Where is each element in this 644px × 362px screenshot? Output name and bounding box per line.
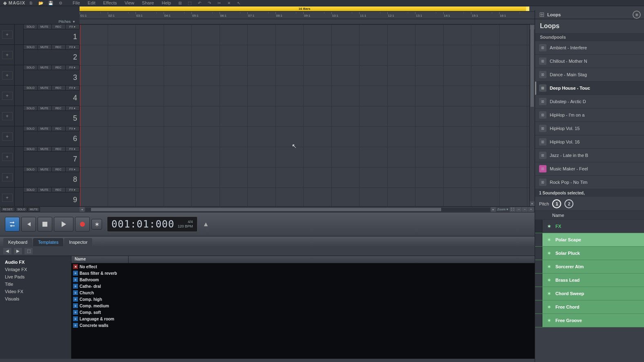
hscroll-right-button[interactable]: ▸: [491, 207, 496, 212]
pitch-1-button[interactable]: 1: [552, 199, 561, 208]
soundpool-item[interactable]: ⊞Music Maker - Feel: [535, 162, 644, 176]
nav-forward-button[interactable]: ▶: [14, 248, 22, 254]
menu-effects[interactable]: Effects: [100, 0, 120, 6]
instrument-item[interactable]: ✶Free Groove: [535, 314, 644, 327]
loop-region[interactable]: 16 Bars: [80, 7, 529, 11]
zoom-out-button[interactable]: −: [522, 207, 528, 212]
undo-icon[interactable]: ↶: [195, 0, 204, 6]
sidebar-item[interactable]: Audio FX: [0, 258, 71, 266]
sidebar-item[interactable]: Visuals: [0, 295, 71, 302]
add-track-button[interactable]: +: [2, 153, 13, 161]
rewind-button[interactable]: [21, 217, 36, 232]
loop-toggle-button[interactable]: [5, 217, 20, 232]
reset-mute-button[interactable]: MUTE: [28, 207, 40, 212]
rec-button[interactable]: REC: [52, 106, 66, 110]
mute-button[interactable]: MUTE: [38, 86, 51, 90]
solo-button[interactable]: SOLO: [24, 45, 38, 49]
zoom-h-icon[interactable]: ↔: [516, 207, 522, 212]
time-display[interactable]: 001:01:000 4/4 120 BPM: [107, 216, 198, 232]
reset-solo-button[interactable]: SOLO: [16, 207, 27, 212]
solo-button[interactable]: SOLO: [24, 24, 38, 29]
add-track-button[interactable]: +: [2, 31, 13, 39]
horizontal-scrollbar[interactable]: [85, 207, 490, 212]
redo-icon[interactable]: ↷: [205, 0, 213, 6]
record-button[interactable]: [75, 217, 90, 232]
menu-share[interactable]: Share: [139, 0, 157, 6]
fx-dropdown[interactable]: FX ▾: [66, 24, 80, 29]
new-file-icon[interactable]: 🗎: [27, 0, 35, 6]
stop-button[interactable]: [38, 217, 52, 232]
hscroll-thumb[interactable]: [91, 208, 441, 211]
hscroll-left-button[interactable]: ◂: [80, 207, 84, 212]
vertical-scrollbar[interactable]: ▴ ▾: [529, 24, 535, 206]
transport-settings-icon[interactable]: ✶: [91, 219, 102, 230]
cut-icon[interactable]: ✂: [215, 0, 223, 6]
sidebar-item[interactable]: Vintage FX: [0, 266, 71, 273]
mute-button[interactable]: MUTE: [38, 126, 51, 131]
zoom-in-button[interactable]: +: [528, 207, 534, 212]
rec-button[interactable]: REC: [52, 24, 66, 29]
menu-file[interactable]: File: [69, 0, 83, 6]
soundpool-item[interactable]: ⊞Dubstep - Arctic D: [535, 95, 644, 108]
pointer-icon[interactable]: ↖: [235, 0, 243, 6]
mute-button[interactable]: MUTE: [38, 147, 51, 151]
fx-dropdown[interactable]: FX ▾: [66, 188, 80, 192]
tab-inspector[interactable]: Inspector: [64, 238, 92, 246]
solo-button[interactable]: SOLO: [24, 126, 38, 131]
soundpool-item[interactable]: ⊞HipHop Vol. 15: [535, 122, 644, 135]
fx-dropdown[interactable]: FX ▾: [66, 86, 80, 90]
loops-settings-icon[interactable]: ◉: [633, 11, 641, 19]
add-track-button[interactable]: +: [2, 51, 13, 59]
rec-button[interactable]: REC: [52, 188, 66, 192]
solo-button[interactable]: SOLO: [24, 188, 38, 192]
rec-button[interactable]: REC: [52, 147, 66, 151]
col-name[interactable]: Name: [71, 256, 129, 263]
vscroll-thumb[interactable]: [531, 25, 534, 107]
soundpool-item[interactable]: ⊞Deep House - Touc: [535, 82, 644, 95]
add-track-button[interactable]: +: [2, 112, 13, 120]
instrument-item[interactable]: ✶FX: [535, 220, 644, 233]
tool-icon-1[interactable]: ⊞: [176, 0, 184, 6]
track-grid[interactable]: ↖: [80, 24, 529, 206]
rec-button[interactable]: REC: [52, 65, 66, 70]
menu-edit[interactable]: Edit: [84, 0, 99, 6]
solo-button[interactable]: SOLO: [24, 147, 38, 151]
soundpool-item[interactable]: ⊞Jazz - Late in the B: [535, 149, 644, 162]
zoom-fit-icon[interactable]: ⛶: [510, 207, 515, 212]
sidebar-item[interactable]: Video FX: [0, 288, 71, 295]
mute-button[interactable]: MUTE: [38, 65, 51, 70]
soundpool-item[interactable]: ⊞Chillout - Mother N: [535, 55, 644, 68]
instrument-item[interactable]: ✶Solar Pluck: [535, 247, 644, 260]
menu-view[interactable]: View: [121, 0, 138, 6]
settings-icon[interactable]: ⚙: [56, 0, 64, 6]
soundpool-item[interactable]: ⊞HipHop - I'm on a: [535, 108, 644, 122]
metronome-icon[interactable]: ▲: [200, 218, 212, 230]
menu-help[interactable]: Help: [158, 0, 174, 6]
tab-keyboard[interactable]: Keyboard: [3, 238, 32, 246]
soundpool-item[interactable]: ⊞Ambient - Interfere: [535, 41, 644, 55]
solo-button[interactable]: SOLO: [24, 86, 38, 90]
play-button[interactable]: [54, 217, 73, 232]
fx-dropdown[interactable]: FX ▾: [66, 167, 80, 172]
scroll-down-button[interactable]: ▾: [530, 201, 535, 206]
sidebar-item[interactable]: Title: [0, 280, 71, 288]
mute-button[interactable]: MUTE: [38, 45, 51, 49]
instrument-item[interactable]: ✶Chord Sweep: [535, 287, 644, 300]
pitches-dropdown[interactable]: Pitches▼: [0, 19, 80, 24]
rec-button[interactable]: REC: [52, 86, 66, 90]
tool-icon-2[interactable]: ⬚: [186, 0, 194, 6]
rec-button[interactable]: REC: [52, 45, 66, 49]
sidebar-item[interactable]: Live Pads: [0, 273, 71, 280]
fx-dropdown[interactable]: FX ▾: [66, 126, 80, 131]
save-file-icon[interactable]: 💾: [47, 0, 55, 6]
nav-up-button[interactable]: ⬚: [24, 248, 33, 254]
loop-bar[interactable]: 16 Bars: [80, 6, 535, 12]
open-file-icon[interactable]: 📂: [37, 0, 45, 6]
soundpool-item[interactable]: ⊞HipHop Vol. 16: [535, 135, 644, 149]
soundpool-item[interactable]: ⊞Dance - Main Stag: [535, 68, 644, 82]
instrument-item[interactable]: ✶Free Chord: [535, 300, 644, 314]
rec-button[interactable]: REC: [52, 126, 66, 131]
add-track-button[interactable]: +: [2, 71, 13, 79]
fx-dropdown[interactable]: FX ▾: [66, 147, 80, 151]
solo-button[interactable]: SOLO: [24, 65, 38, 70]
